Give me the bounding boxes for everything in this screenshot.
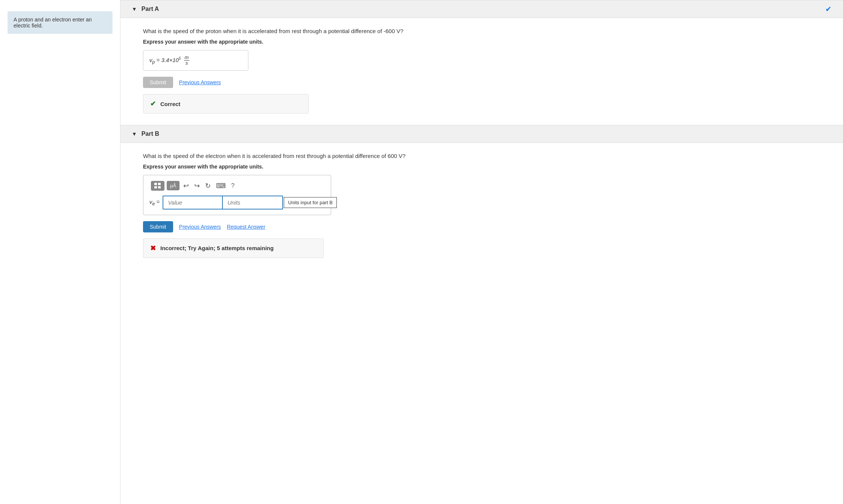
part-b-body: What is the speed of the electron when i… bbox=[120, 143, 843, 269]
help-button[interactable]: ? bbox=[230, 181, 236, 190]
math-toolbar: μÅ ↩ ↪ ↻ ⌨ ? bbox=[149, 181, 325, 191]
part-a-instruction: Express your answer with the appropriate… bbox=[143, 39, 820, 45]
part-a-answer-math: vp = 3.4×105 m s bbox=[149, 55, 189, 66]
redo-button[interactable]: ↪ bbox=[193, 181, 201, 191]
part-a-section: ▼ Part A ✔ What is the speed of the prot… bbox=[120, 0, 843, 125]
page-layout: A proton and an electron enter an electr… bbox=[0, 0, 843, 504]
part-a-body: What is the speed of the proton when it … bbox=[120, 18, 843, 125]
main-content: ▼ Part A ✔ What is the speed of the prot… bbox=[120, 0, 843, 504]
part-a-question: What is the speed of the proton when it … bbox=[143, 27, 820, 36]
part-a-submit-row: Submit Previous Answers bbox=[143, 77, 820, 88]
units-tooltip: Units input for part B bbox=[284, 197, 337, 208]
part-a-title: Part A bbox=[142, 6, 159, 12]
units-symbol-button[interactable]: μÅ bbox=[167, 181, 180, 190]
part-b-math-input-container: μÅ ↩ ↪ ↻ ⌨ ? ve = Units inpu bbox=[143, 175, 331, 215]
incorrect-x-icon: ✖ bbox=[150, 244, 156, 252]
part-a-fraction: m s bbox=[184, 55, 190, 66]
context-text: A proton and an electron enter an electr… bbox=[14, 17, 92, 29]
part-b-section: ▼ Part B What is the speed of the electr… bbox=[120, 125, 843, 269]
part-b-instruction: Express your answer with the appropriate… bbox=[143, 164, 820, 170]
matrix-button[interactable] bbox=[151, 181, 164, 191]
refresh-button[interactable]: ↻ bbox=[204, 181, 212, 191]
part-b-question: What is the speed of the electron when i… bbox=[143, 152, 820, 161]
correct-checkmark-icon: ✔ bbox=[150, 100, 156, 108]
keyboard-button[interactable]: ⌨ bbox=[215, 181, 227, 191]
part-a-check-icon: ✔ bbox=[825, 5, 832, 14]
part-b-value-input[interactable] bbox=[163, 196, 223, 209]
part-a-answer-box: vp = 3.4×105 m s bbox=[143, 50, 248, 71]
part-b-submit-row: Submit Previous Answers Request Answer bbox=[143, 221, 820, 232]
part-b-input-row: ve = Units input for part B bbox=[149, 196, 325, 209]
sidebar: A proton and an electron enter an electr… bbox=[0, 0, 120, 504]
part-b-title: Part B bbox=[142, 131, 159, 137]
undo-button[interactable]: ↩ bbox=[182, 181, 190, 191]
part-a-collapse-icon[interactable]: ▼ bbox=[132, 6, 137, 12]
incorrect-text: Incorrect; Try Again; 5 attempts remaini… bbox=[160, 245, 274, 251]
part-b-submit-button[interactable]: Submit bbox=[143, 221, 173, 232]
part-b-prev-answers-link[interactable]: Previous Answers bbox=[179, 224, 221, 230]
part-a-prev-answers-link[interactable]: Previous Answers bbox=[179, 79, 221, 85]
correct-text: Correct bbox=[160, 101, 180, 107]
part-b-var-label: ve = bbox=[149, 199, 160, 206]
part-b-collapse-icon[interactable]: ▼ bbox=[132, 131, 137, 137]
context-box: A proton and an electron enter an electr… bbox=[8, 11, 113, 34]
part-b-incorrect-banner: ✖ Incorrect; Try Again; 5 attempts remai… bbox=[143, 238, 324, 258]
part-b-header: ▼ Part B bbox=[120, 125, 843, 143]
grid-icon bbox=[154, 183, 161, 189]
part-a-header: ▼ Part A ✔ bbox=[120, 0, 843, 18]
part-b-request-answer-link[interactable]: Request Answer bbox=[227, 224, 265, 230]
part-a-correct-banner: ✔ Correct bbox=[143, 94, 309, 114]
part-b-units-input[interactable] bbox=[223, 196, 283, 209]
part-a-submit-button[interactable]: Submit bbox=[143, 77, 173, 88]
